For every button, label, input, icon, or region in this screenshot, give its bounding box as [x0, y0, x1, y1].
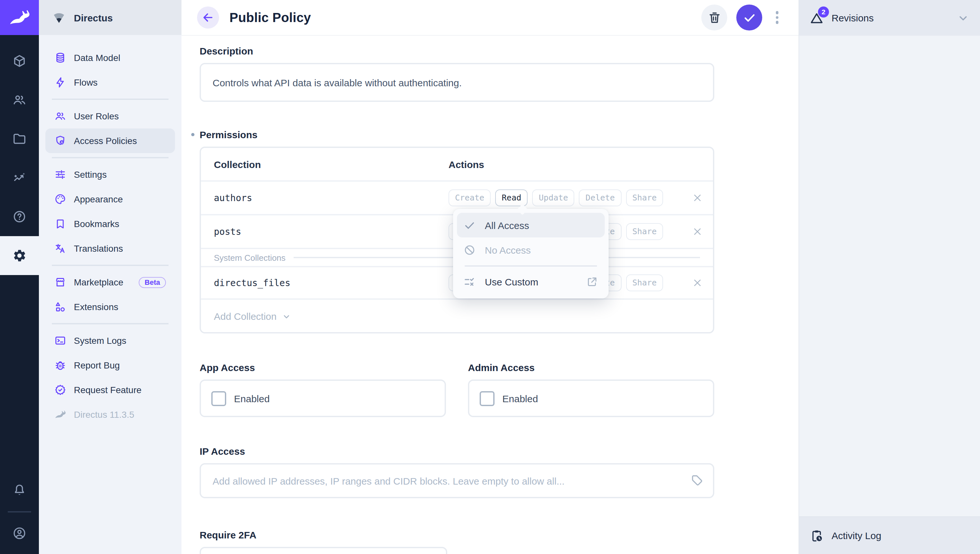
create-action-button[interactable]: Create	[449, 189, 491, 206]
clipboard-clock-icon	[810, 528, 824, 543]
sidebar-item-user-roles[interactable]: User Roles	[45, 104, 175, 128]
description-input[interactable]	[200, 63, 714, 102]
sidebar-divider	[52, 265, 169, 266]
sidebar-item-label: Marketplace	[74, 277, 124, 287]
header-actions	[701, 5, 782, 30]
storefront-icon	[54, 276, 66, 288]
rabbit-icon	[8, 6, 30, 29]
sidebar-item-flows[interactable]: Flows	[45, 70, 175, 95]
chevron-down-icon	[281, 310, 291, 322]
rail-item-help[interactable]	[0, 197, 39, 236]
read-action-button[interactable]: Read	[495, 189, 528, 206]
sidebar-item-settings[interactable]: Settings	[45, 162, 175, 187]
sidebar-item-extensions[interactable]: Extensions	[45, 295, 175, 319]
app-access-checkbox[interactable]	[211, 391, 226, 406]
page-title: Public Policy	[229, 10, 311, 25]
shield-user-icon	[54, 135, 66, 147]
sidebar-item-system-logs[interactable]: System Logs	[45, 328, 175, 353]
database-icon	[54, 52, 66, 64]
rabbit-icon	[54, 409, 66, 420]
rail-item-settings[interactable]	[0, 236, 39, 275]
revisions-count-badge: 2	[818, 6, 829, 17]
back-button[interactable]	[197, 6, 219, 29]
sidebar-item-version: Directus 11.3.5	[45, 402, 175, 427]
app-access-label: App Access	[200, 362, 446, 373]
palette-icon	[54, 193, 66, 205]
sidebar-item-request-feature[interactable]: Request Feature	[45, 378, 175, 402]
remove-row-icon[interactable]	[692, 193, 703, 203]
sidebar-item-access-policies[interactable]: Access Policies	[45, 128, 175, 153]
remove-row-icon[interactable]	[692, 227, 703, 237]
remove-row-icon[interactable]	[692, 278, 703, 288]
collection-column-header: Collection	[214, 159, 449, 170]
admin-access-checkbox[interactable]	[480, 391, 495, 406]
sidebar-item-label: Extensions	[74, 302, 118, 312]
add-collection-button[interactable]: Add Collection	[201, 300, 713, 332]
dropdown-item-all-access[interactable]: All Access	[457, 213, 605, 238]
rail-item-account[interactable]	[0, 516, 39, 550]
sidebar-divider	[52, 323, 169, 324]
sidebar-item-label: User Roles	[74, 111, 119, 121]
ip-access-label: IP Access	[200, 445, 714, 457]
extension-icon	[54, 301, 66, 313]
rail-item-files[interactable]	[0, 119, 39, 158]
sidebar-item-report-bug[interactable]: Report Bug	[45, 353, 175, 378]
sidebar-item-label: Access Policies	[74, 136, 137, 146]
directus-logo[interactable]	[0, 0, 39, 35]
permissions-table-header: Collection Actions	[201, 148, 713, 182]
check-icon	[743, 11, 756, 24]
beta-badge: Beta	[139, 277, 166, 288]
verified-icon	[54, 384, 66, 396]
app-root: Directus Data Model Flows User Ro	[0, 0, 980, 554]
sidebar-item-label: Settings	[74, 169, 107, 180]
collection-name: authors	[214, 193, 449, 203]
block-icon	[463, 244, 476, 256]
edited-indicator-dot	[191, 133, 194, 136]
rail-item-content[interactable]	[0, 42, 39, 80]
update-action-button[interactable]: Update	[533, 189, 574, 206]
save-button[interactable]	[736, 5, 762, 30]
share-action-button[interactable]: Share	[626, 189, 663, 206]
rail-item-notifications[interactable]	[0, 474, 39, 507]
actions-cell: Create Read Update Delete Share	[449, 189, 703, 206]
share-action-button[interactable]: Share	[626, 275, 663, 291]
ip-access-field	[200, 463, 714, 498]
require-2fa-field: Enabled	[200, 547, 447, 554]
sidebar-divider	[52, 99, 169, 100]
delete-action-button[interactable]: Delete	[579, 189, 621, 206]
translate-icon	[54, 243, 66, 254]
revisions-title: Revisions	[832, 12, 874, 23]
account-icon	[12, 526, 27, 540]
activity-log-button[interactable]: Activity Log	[799, 516, 980, 554]
sidebar-item-appearance[interactable]: Appearance	[45, 187, 175, 211]
terminal-icon	[54, 335, 66, 346]
people-icon	[54, 110, 66, 122]
share-action-button[interactable]: Share	[626, 223, 663, 240]
sidebar-item-marketplace[interactable]: Marketplace Beta	[45, 270, 175, 295]
sidebar-item-data-model[interactable]: Data Model	[45, 45, 175, 70]
rail-item-users[interactable]	[0, 80, 39, 119]
project-header[interactable]: Directus	[39, 0, 181, 35]
sidebar-item-label: Report Bug	[74, 360, 120, 370]
actions-column-header: Actions	[449, 159, 703, 170]
folder-icon	[12, 132, 27, 146]
rail-item-insights[interactable]	[0, 158, 39, 197]
version-label: Directus 11.3.5	[74, 409, 134, 420]
ip-access-input[interactable]	[200, 463, 714, 498]
sidebar-item-label: Flows	[74, 77, 97, 88]
more-options-button[interactable]	[773, 11, 782, 24]
arrow-left-icon	[202, 11, 215, 24]
settings-gear-icon	[12, 249, 27, 263]
delete-button[interactable]	[701, 5, 727, 30]
dropdown-item-use-custom[interactable]: Use Custom	[457, 270, 605, 294]
bug-icon	[54, 359, 66, 371]
dropdown-item-no-access[interactable]: No Access	[457, 238, 605, 262]
tune-icon	[54, 169, 66, 180]
tag-icon	[690, 474, 704, 487]
check-icon	[463, 219, 476, 231]
revisions-panel-header[interactable]: 2 Revisions	[799, 0, 980, 36]
sidebar-item-bookmarks[interactable]: Bookmarks	[45, 211, 175, 236]
right-sidebar: 2 Revisions Activity Log	[799, 0, 980, 554]
sidebar-item-translations[interactable]: Translations	[45, 236, 175, 261]
open-in-new-icon[interactable]	[586, 276, 598, 288]
